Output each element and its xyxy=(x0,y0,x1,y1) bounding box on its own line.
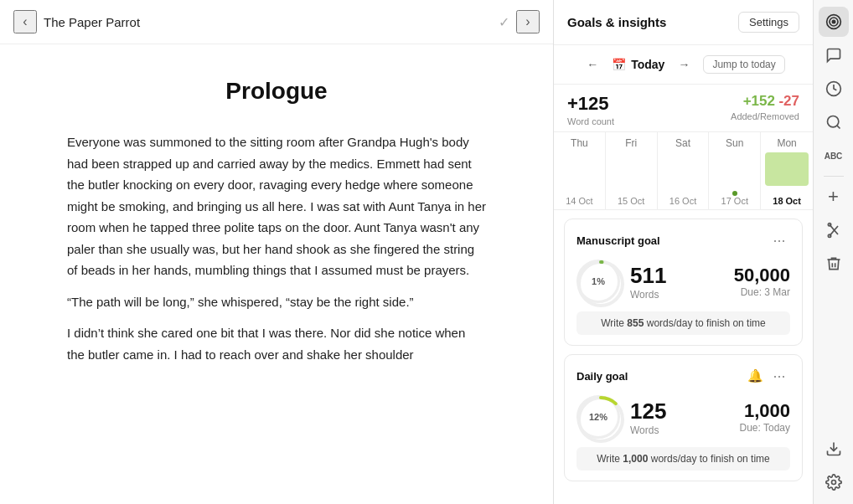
goals-content: Manuscript goal ··· 1% 511 Words 50,000 xyxy=(554,210,813,504)
daily-goal-menu-button[interactable]: ··· xyxy=(768,365,790,387)
comment-icon[interactable] xyxy=(819,40,849,70)
editor-check-icon: ✓ xyxy=(499,14,509,30)
date-label: 📅 Today xyxy=(612,58,664,71)
daily-pct-label: 12% xyxy=(589,412,607,422)
word-count-main: +125 Word count xyxy=(567,93,614,126)
manuscript-goal-header: Manuscript goal ··· xyxy=(576,229,790,251)
settings-button[interactable]: Settings xyxy=(738,12,799,33)
manuscript-words-label: Words xyxy=(630,289,724,301)
cal-day-thu: Thu xyxy=(571,137,588,149)
svg-point-15 xyxy=(831,481,835,485)
cal-day-sat: Sat xyxy=(675,137,690,149)
manuscript-goal-hint: Write 855 words/day to finish on time xyxy=(576,311,790,335)
words-removed: -27 xyxy=(778,93,799,109)
toolbar-divider-1 xyxy=(824,176,844,177)
svg-point-6 xyxy=(832,20,835,23)
words-added: +152 xyxy=(743,93,775,109)
word-count-value: +125 xyxy=(567,93,614,115)
trash-icon[interactable] xyxy=(819,249,849,279)
svg-point-8 xyxy=(827,116,838,127)
bell-icon[interactable]: 🔔 xyxy=(747,368,763,383)
daily-hint-number: 1,000 xyxy=(623,453,648,465)
date-text: Today xyxy=(631,58,664,71)
svg-line-13 xyxy=(830,226,838,236)
manuscript-goal-body: 1% 511 Words 50,000 Due: 3 Mar xyxy=(576,260,790,303)
jump-today-button[interactable]: Jump to today xyxy=(703,55,784,74)
target-icon[interactable] xyxy=(819,7,849,37)
diff-label: Added/Removed xyxy=(731,111,799,121)
daily-words-label: Words xyxy=(630,424,730,436)
daily-goal-hint: Write 1,000 words/day to finish on time xyxy=(576,447,790,471)
daily-words-value: 125 xyxy=(630,399,730,424)
cal-date-thu: 14 Oct xyxy=(566,196,592,206)
word-count-row: +125 Word count +152 -27 Added/Removed xyxy=(554,85,813,131)
chapter-heading: Prologue xyxy=(67,78,486,105)
manuscript-pct-label: 1% xyxy=(592,276,605,286)
daily-goal-header: Daily goal 🔔 ··· xyxy=(576,365,790,387)
daily-goal-title: Daily goal xyxy=(576,370,628,383)
date-next-button[interactable]: → xyxy=(673,54,695,75)
cal-col-fri: Fri 15 Oct xyxy=(606,132,658,209)
daily-goal-due: 1,000 Due: Today xyxy=(740,400,791,434)
manuscript-goal-due: 50,000 Due: 3 Mar xyxy=(734,265,790,298)
cal-cell-fri xyxy=(609,152,653,186)
paragraph-3: I didn’t think she cared one bit that I … xyxy=(67,322,486,365)
calendar-bar: Thu 14 Oct Fri 15 Oct Sat 16 Oct Sun 17 … xyxy=(554,131,813,210)
cal-date-sun: 17 Oct xyxy=(721,196,748,206)
add-icon[interactable]: + xyxy=(819,182,849,212)
clock-icon[interactable] xyxy=(819,74,849,104)
editor-area: ‹ The Paper Parrot ✓ › Prologue Everyone… xyxy=(0,0,553,504)
back-arrow-button[interactable]: ‹ xyxy=(13,10,37,33)
svg-line-12 xyxy=(830,224,838,234)
manuscript-due-label: Due: 3 Mar xyxy=(734,286,790,298)
sidebar-panel: Goals & insights Settings ← 📅 Today → Ju… xyxy=(553,0,813,504)
manuscript-goal-words: 511 Words xyxy=(630,263,724,301)
daily-goal-circle: 12% xyxy=(576,395,620,439)
cal-cell-sun xyxy=(713,152,757,186)
manuscript-goal-title: Manuscript goal xyxy=(576,234,660,247)
manuscript-goal-card: Manuscript goal ··· 1% 511 Words 50,000 xyxy=(564,219,803,346)
daily-due-value: 1,000 xyxy=(740,400,791,422)
cal-col-sat: Sat 16 Oct xyxy=(658,132,710,209)
manuscript-words-value: 511 xyxy=(630,263,724,289)
daily-goal-card: Daily goal 🔔 ··· 12% 125 Words xyxy=(564,354,803,481)
cal-cell-sat xyxy=(661,152,705,186)
cal-date-fri: 15 Oct xyxy=(618,196,644,206)
manuscript-goal-menu-button[interactable]: ··· xyxy=(768,229,790,251)
editor-title: The Paper Parrot xyxy=(44,15,492,29)
daily-due-label: Due: Today xyxy=(740,422,791,434)
daily-goal-words: 125 Words xyxy=(630,399,730,436)
search-icon[interactable] xyxy=(819,107,849,137)
forward-arrow-button[interactable]: › xyxy=(516,10,540,33)
cal-col-thu: Thu 14 Oct xyxy=(554,132,606,209)
cal-cell-mon xyxy=(765,152,809,186)
cal-date-mon: 18 Oct xyxy=(773,196,801,206)
date-nav: ← 📅 Today → Jump to today xyxy=(554,45,813,85)
sidebar-title: Goals & insights xyxy=(567,15,666,29)
manuscript-goal-circle: 1% xyxy=(576,260,620,303)
cal-cell-thu xyxy=(557,152,601,186)
daily-goal-body: 12% 125 Words 1,000 Due: Today xyxy=(576,395,790,439)
editor-content[interactable]: Prologue Everyone was summoned to the si… xyxy=(0,44,553,504)
word-count-diff: +152 -27 Added/Removed xyxy=(731,93,799,121)
manuscript-due-value: 50,000 xyxy=(734,265,790,286)
paragraph-2: “The path will be long,” she whispered, … xyxy=(67,291,486,313)
editor-topbar: ‹ The Paper Parrot ✓ › xyxy=(0,0,553,44)
spellcheck-icon[interactable]: ABC xyxy=(819,141,849,171)
calendar-icon: 📅 xyxy=(612,58,626,71)
cal-col-sun: Sun 17 Oct xyxy=(709,132,761,209)
sidebar-header: Goals & insights Settings xyxy=(554,0,813,45)
cal-col-mon: Mon 18 Oct xyxy=(761,132,813,209)
settings-icon[interactable] xyxy=(819,467,849,497)
cut-icon[interactable] xyxy=(819,215,849,245)
cal-day-sun: Sun xyxy=(726,137,743,149)
download-icon[interactable] xyxy=(819,434,849,464)
cal-date-sat: 16 Oct xyxy=(669,196,696,206)
date-prev-button[interactable]: ← xyxy=(582,54,603,75)
manuscript-hint-number: 855 xyxy=(627,317,644,329)
svg-line-9 xyxy=(836,126,840,129)
cal-day-mon: Mon xyxy=(777,137,796,149)
cal-day-fri: Fri xyxy=(625,137,637,149)
right-toolbar: ABC + xyxy=(813,0,853,504)
word-count-label: Word count xyxy=(567,116,614,126)
